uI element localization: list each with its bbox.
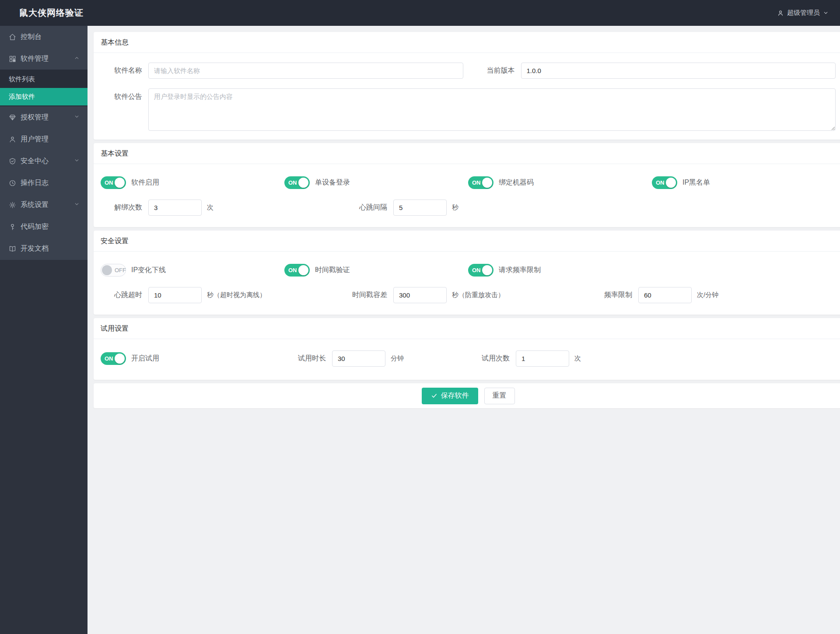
sidebar-item-operation-log[interactable]: 操作日志: [0, 172, 88, 194]
software-name-input[interactable]: [148, 63, 463, 79]
toggle-state-text: ON: [105, 355, 113, 362]
user-icon: [777, 10, 784, 17]
chevron-down-icon: [74, 113, 80, 121]
sidebar-item-code-encryption[interactable]: 代码加密: [0, 216, 88, 238]
timestamp-tolerance-input[interactable]: [393, 287, 447, 303]
user-name: 超级管理员: [787, 9, 820, 17]
top-header: 鼠大侠网络验证 超级管理员: [0, 0, 840, 26]
section-title-basic-settings: 基本设置: [94, 143, 840, 164]
toggle-enable-trial[interactable]: ON: [101, 352, 126, 365]
open-book-icon: [9, 245, 16, 252]
sidebar-item-label: 软件管理: [21, 54, 49, 63]
toggle-label: 开启试用: [131, 354, 159, 363]
toggle-single-device-login[interactable]: ON: [284, 176, 310, 189]
basic-info-card: 基本信息 软件名称 当前版本 软件公告: [94, 32, 840, 140]
sidebar-item-label: 添加软件: [9, 93, 35, 101]
heartbeat-timeout-label: 心跳超时: [101, 291, 142, 300]
toggle-state-text: ON: [656, 179, 665, 186]
heartbeat-interval-input[interactable]: [393, 200, 447, 216]
sidebar-item-label: 系统设置: [21, 200, 49, 210]
sidebar-menu: 控制台 软件管理 软件列表 添加软件 授权管理: [0, 26, 88, 260]
security-settings-card: 安全设置 OFF IP变化下线 ON 时间戳验证 ON 请求频率限制: [94, 231, 840, 315]
toggle-label: 软件启用: [131, 178, 159, 187]
heartbeat-timeout-input[interactable]: [148, 287, 202, 303]
section-title-security-settings: 安全设置: [94, 231, 840, 252]
trial-count-input[interactable]: [516, 350, 569, 367]
toggle-bind-machine-code[interactable]: ON: [468, 176, 494, 189]
trial-count-unit: 次: [574, 354, 581, 363]
home-icon: [9, 33, 16, 41]
trial-duration-label: 试用时长: [284, 354, 326, 363]
software-name-label: 软件名称: [101, 66, 142, 75]
save-software-button[interactable]: 保存软件: [422, 388, 478, 404]
trial-duration-input[interactable]: [332, 350, 385, 367]
unbind-count-unit: 次: [207, 203, 214, 212]
clock-icon: [9, 179, 16, 187]
sidebar-item-label: 用户管理: [21, 135, 49, 144]
chevron-up-icon: [74, 55, 80, 63]
save-button-label: 保存软件: [441, 391, 469, 400]
sidebar-item-software-mgmt[interactable]: 软件管理: [0, 48, 88, 70]
version-label: 当前版本: [486, 66, 515, 75]
section-title-trial-settings: 试用设置: [94, 318, 840, 339]
toggle-label: 时间戳验证: [315, 266, 350, 275]
heartbeat-interval-unit: 秒: [452, 203, 458, 212]
trial-count-label: 试用次数: [468, 354, 510, 363]
notice-textarea[interactable]: [148, 88, 836, 131]
main-content: 基本信息 软件名称 当前版本 软件公告 基本设置 O: [88, 26, 840, 634]
trial-duration-unit: 分钟: [391, 354, 404, 363]
toggle-knob: [482, 178, 492, 188]
gear-icon: [9, 201, 16, 209]
unbind-count-input[interactable]: [148, 200, 202, 216]
sidebar-item-user-mgmt[interactable]: 用户管理: [0, 128, 88, 150]
toggle-ip-change-offline[interactable]: OFF: [101, 264, 126, 277]
toggle-label: 单设备登录: [315, 178, 350, 187]
toggle-timestamp-verify[interactable]: ON: [284, 264, 310, 277]
toggle-ip-blacklist[interactable]: ON: [652, 176, 677, 189]
key-icon: [9, 223, 16, 231]
shield-check-icon: [9, 158, 16, 165]
sidebar-item-security-center[interactable]: 安全中心: [0, 150, 88, 172]
toggle-request-rate-limit[interactable]: ON: [468, 264, 494, 277]
sidebar-item-dev-docs[interactable]: 开发文档: [0, 238, 88, 259]
toggle-label: IP黑名单: [682, 178, 710, 187]
chevron-down-icon: [74, 157, 80, 165]
toggle-state-text: ON: [288, 179, 297, 186]
rate-limit-unit: 次/分钟: [697, 291, 718, 299]
sidebar-item-add-software[interactable]: 添加软件: [0, 88, 88, 105]
toggle-knob: [298, 178, 308, 188]
heartbeat-timeout-unit: 秒（超时视为离线）: [207, 291, 266, 299]
heartbeat-interval-label: 心跳间隔: [346, 203, 387, 212]
gem-icon: [9, 114, 16, 121]
sidebar: 控制台 软件管理 软件列表 添加软件 授权管理: [0, 26, 88, 634]
sidebar-item-label: 安全中心: [21, 157, 49, 166]
sidebar-item-license-mgmt[interactable]: 授权管理: [0, 106, 88, 128]
reset-button[interactable]: 重置: [484, 388, 515, 404]
sidebar-item-label: 控制台: [21, 32, 42, 42]
toggle-label: IP变化下线: [131, 266, 166, 275]
rate-limit-label: 频率限制: [591, 291, 632, 300]
toggle-knob: [298, 265, 308, 275]
rate-limit-input[interactable]: [638, 287, 692, 303]
version-input[interactable]: [521, 63, 836, 79]
toggle-knob: [115, 178, 125, 188]
sidebar-item-label: 开发文档: [21, 244, 49, 253]
sidebar-item-system-settings[interactable]: 系统设置: [0, 194, 88, 216]
app-title: 鼠大侠网络验证: [0, 7, 84, 19]
actions-card: 保存软件 重置: [94, 383, 840, 408]
toggle-state-text: ON: [472, 179, 481, 186]
chevron-down-icon: [74, 201, 80, 209]
toggle-label: 绑定机器码: [499, 178, 534, 187]
timestamp-tolerance-label: 时间戳容差: [346, 291, 387, 300]
toggle-state-text: ON: [288, 267, 297, 273]
notice-label: 软件公告: [101, 92, 142, 102]
chevron-down-icon: [823, 10, 829, 16]
user-menu[interactable]: 超级管理员: [777, 9, 840, 17]
toggle-state-text: ON: [105, 179, 113, 186]
trial-settings-card: 试用设置 ON 开启试用 试用时长 分钟 试用次数 次: [94, 318, 840, 380]
sidebar-item-console[interactable]: 控制台: [0, 26, 88, 48]
sidebar-item-software-list[interactable]: 软件列表: [0, 70, 88, 88]
check-icon: [431, 392, 438, 399]
unbind-count-label: 解绑次数: [101, 203, 142, 212]
toggle-software-enabled[interactable]: ON: [101, 176, 126, 189]
